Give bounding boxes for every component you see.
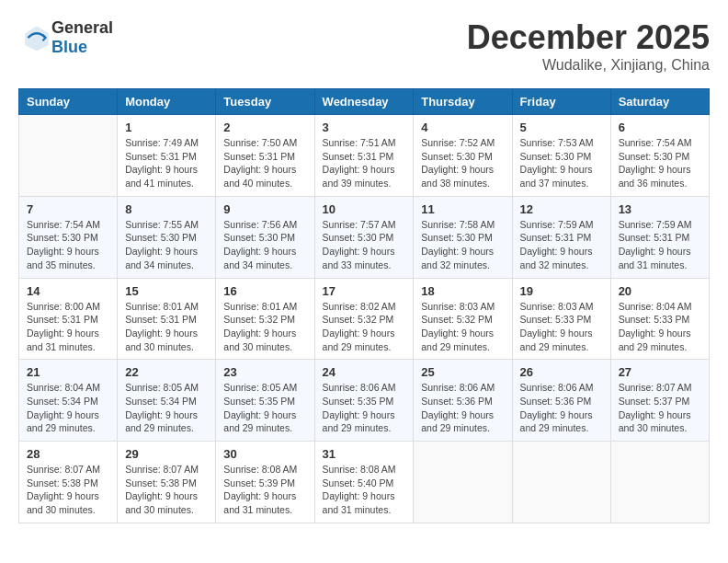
calendar-cell: 14Sunrise: 8:00 AM Sunset: 5:31 PM Dayli… [19,278,118,360]
day-info: Sunrise: 7:59 AM Sunset: 5:31 PM Dayligh… [520,218,603,272]
column-header-saturday: Saturday [610,89,709,115]
calendar-cell: 16Sunrise: 8:01 AM Sunset: 5:32 PM Dayli… [216,278,314,360]
day-number: 18 [421,284,504,298]
calendar-cell: 7Sunrise: 7:54 AM Sunset: 5:30 PM Daylig… [19,196,118,278]
day-number: 8 [125,202,208,216]
calendar-cell: 24Sunrise: 8:06 AM Sunset: 5:35 PM Dayli… [314,360,414,442]
calendar-cell: 21Sunrise: 8:04 AM Sunset: 5:34 PM Dayli… [19,360,118,442]
day-number: 6 [619,121,701,134]
calendar-cell [19,115,118,197]
column-header-monday: Monday [118,89,216,115]
day-number: 25 [421,365,504,379]
calendar-cell: 10Sunrise: 7:57 AM Sunset: 5:30 PM Dayli… [314,196,414,278]
calendar-cell: 22Sunrise: 8:05 AM Sunset: 5:34 PM Dayli… [118,360,216,442]
day-info: Sunrise: 7:51 AM Sunset: 5:31 PM Dayligh… [323,136,406,190]
calendar-cell: 23Sunrise: 8:05 AM Sunset: 5:35 PM Dayli… [216,360,314,442]
day-number: 20 [619,284,701,298]
calendar-cell: 4Sunrise: 7:52 AM Sunset: 5:30 PM Daylig… [414,115,512,197]
day-info: Sunrise: 8:08 AM Sunset: 5:40 PM Dayligh… [323,463,406,517]
day-info: Sunrise: 8:03 AM Sunset: 5:32 PM Dayligh… [421,300,504,354]
logo-text-general: General [51,18,113,37]
column-header-friday: Friday [512,89,610,115]
calendar-cell [512,442,610,523]
day-info: Sunrise: 7:56 AM Sunset: 5:30 PM Dayligh… [223,218,306,272]
calendar-cell: 27Sunrise: 8:07 AM Sunset: 5:37 PM Dayli… [610,360,709,442]
calendar-week-row: 7Sunrise: 7:54 AM Sunset: 5:30 PM Daylig… [19,196,710,278]
calendar-cell: 1Sunrise: 7:49 AM Sunset: 5:31 PM Daylig… [118,115,216,197]
day-info: Sunrise: 8:01 AM Sunset: 5:31 PM Dayligh… [125,300,208,354]
day-info: Sunrise: 7:54 AM Sunset: 5:30 PM Dayligh… [27,218,109,272]
calendar-cell: 19Sunrise: 8:03 AM Sunset: 5:33 PM Dayli… [512,278,610,360]
calendar-week-row: 14Sunrise: 8:00 AM Sunset: 5:31 PM Dayli… [19,278,710,360]
day-info: Sunrise: 7:55 AM Sunset: 5:30 PM Dayligh… [125,218,208,272]
day-number: 5 [520,121,603,134]
calendar-cell: 13Sunrise: 7:59 AM Sunset: 5:31 PM Dayli… [610,196,709,278]
day-info: Sunrise: 7:54 AM Sunset: 5:30 PM Dayligh… [619,136,701,190]
calendar-cell [414,442,512,523]
day-number: 7 [27,202,109,216]
title-section: December 2025 Wudalike, Xinjiang, China [467,18,710,74]
day-info: Sunrise: 7:59 AM Sunset: 5:31 PM Dayligh… [619,218,701,272]
day-number: 23 [223,365,306,379]
column-header-sunday: Sunday [19,89,118,115]
day-number: 28 [27,447,109,461]
day-info: Sunrise: 8:07 AM Sunset: 5:37 PM Dayligh… [619,381,701,435]
day-number: 22 [125,365,208,379]
calendar-cell: 12Sunrise: 7:59 AM Sunset: 5:31 PM Dayli… [512,196,610,278]
day-number: 31 [323,447,406,461]
day-number: 14 [27,284,109,298]
day-info: Sunrise: 8:01 AM Sunset: 5:32 PM Dayligh… [223,300,306,354]
day-number: 1 [125,121,208,134]
day-number: 16 [223,284,306,298]
calendar-cell: 6Sunrise: 7:54 AM Sunset: 5:30 PM Daylig… [610,115,709,197]
day-info: Sunrise: 8:03 AM Sunset: 5:33 PM Dayligh… [520,300,603,354]
day-info: Sunrise: 7:50 AM Sunset: 5:31 PM Dayligh… [223,136,306,190]
calendar-table: SundayMondayTuesdayWednesdayThursdayFrid… [18,88,710,523]
day-info: Sunrise: 8:06 AM Sunset: 5:36 PM Dayligh… [421,381,504,435]
calendar-cell: 20Sunrise: 8:04 AM Sunset: 5:33 PM Dayli… [610,278,709,360]
location: Wudalike, Xinjiang, China [467,57,710,74]
calendar-cell: 15Sunrise: 8:01 AM Sunset: 5:31 PM Dayli… [118,278,216,360]
day-info: Sunrise: 8:08 AM Sunset: 5:39 PM Dayligh… [223,463,306,517]
column-header-tuesday: Tuesday [216,89,314,115]
day-number: 21 [27,365,109,379]
day-info: Sunrise: 7:58 AM Sunset: 5:30 PM Dayligh… [421,218,504,272]
calendar-cell: 29Sunrise: 8:07 AM Sunset: 5:38 PM Dayli… [118,442,216,523]
calendar-cell [610,442,709,523]
day-number: 30 [223,447,306,461]
calendar-cell: 11Sunrise: 7:58 AM Sunset: 5:30 PM Dayli… [414,196,512,278]
day-info: Sunrise: 8:07 AM Sunset: 5:38 PM Dayligh… [125,463,208,517]
column-header-wednesday: Wednesday [314,89,414,115]
calendar-cell: 17Sunrise: 8:02 AM Sunset: 5:32 PM Dayli… [314,278,414,360]
day-info: Sunrise: 7:57 AM Sunset: 5:30 PM Dayligh… [323,218,406,272]
day-info: Sunrise: 8:06 AM Sunset: 5:36 PM Dayligh… [520,381,603,435]
day-info: Sunrise: 8:07 AM Sunset: 5:38 PM Dayligh… [27,463,109,517]
day-info: Sunrise: 8:05 AM Sunset: 5:34 PM Dayligh… [125,381,208,435]
day-number: 27 [619,365,701,379]
day-info: Sunrise: 8:02 AM Sunset: 5:32 PM Dayligh… [323,300,406,354]
calendar-week-row: 21Sunrise: 8:04 AM Sunset: 5:34 PM Dayli… [19,360,710,442]
calendar-cell: 5Sunrise: 7:53 AM Sunset: 5:30 PM Daylig… [512,115,610,197]
day-info: Sunrise: 8:04 AM Sunset: 5:33 PM Dayligh… [619,300,701,354]
calendar-cell: 30Sunrise: 8:08 AM Sunset: 5:39 PM Dayli… [216,442,314,523]
calendar-cell: 2Sunrise: 7:50 AM Sunset: 5:31 PM Daylig… [216,115,314,197]
day-info: Sunrise: 8:06 AM Sunset: 5:35 PM Dayligh… [323,381,406,435]
day-info: Sunrise: 7:52 AM Sunset: 5:30 PM Dayligh… [421,136,504,190]
calendar-cell: 31Sunrise: 8:08 AM Sunset: 5:40 PM Dayli… [314,442,414,523]
calendar-week-row: 28Sunrise: 8:07 AM Sunset: 5:38 PM Dayli… [19,442,710,523]
day-info: Sunrise: 7:53 AM Sunset: 5:30 PM Dayligh… [520,136,603,190]
calendar-cell: 9Sunrise: 7:56 AM Sunset: 5:30 PM Daylig… [216,196,314,278]
day-info: Sunrise: 8:05 AM Sunset: 5:35 PM Dayligh… [223,381,306,435]
calendar-cell: 25Sunrise: 8:06 AM Sunset: 5:36 PM Dayli… [414,360,512,442]
logo-icon [22,23,51,52]
day-number: 29 [125,447,208,461]
day-number: 17 [323,284,406,298]
day-number: 2 [223,121,306,134]
day-number: 12 [520,202,603,216]
calendar-cell: 18Sunrise: 8:03 AM Sunset: 5:32 PM Dayli… [414,278,512,360]
day-number: 15 [125,284,208,298]
logo-text-blue: Blue [51,38,87,56]
day-number: 19 [520,284,603,298]
day-info: Sunrise: 7:49 AM Sunset: 5:31 PM Dayligh… [125,136,208,190]
calendar-cell: 8Sunrise: 7:55 AM Sunset: 5:30 PM Daylig… [118,196,216,278]
